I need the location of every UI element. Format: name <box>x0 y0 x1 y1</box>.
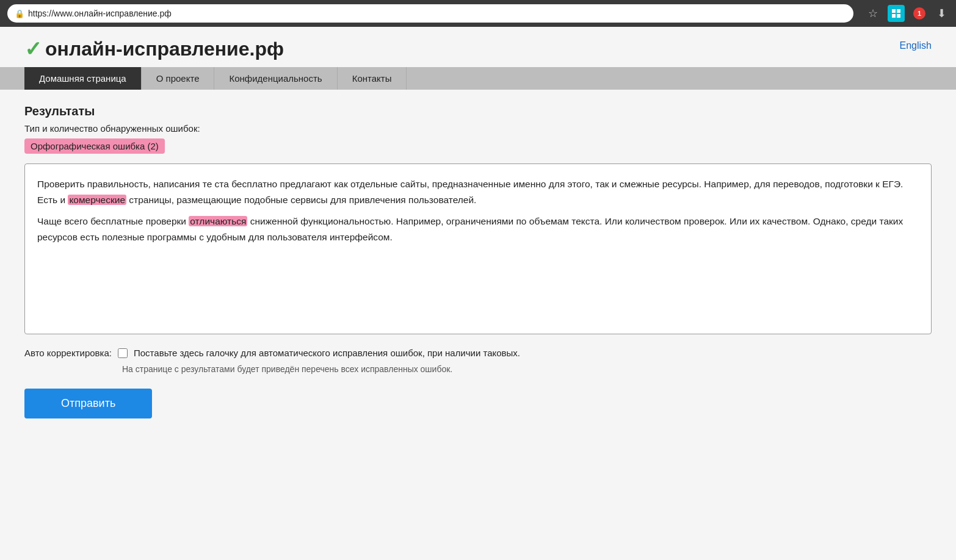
highlighted-word-1: комерческие <box>68 195 126 205</box>
autocorrect-row: Авто корректировка: Поставьте здесь гало… <box>24 346 932 361</box>
nav-item-home[interactable]: Домашняя страница <box>24 67 142 90</box>
error-badge: Орфографическая ошибка (2) <box>24 138 165 154</box>
text-paragraph-1: Проверить правильность, написания те ста… <box>37 176 919 209</box>
main-nav: Домашняя страница О проекте Конфиденциал… <box>0 67 956 90</box>
autocorrect-checkbox[interactable] <box>118 348 128 358</box>
nav-item-privacy[interactable]: Конфиденциальность <box>214 67 337 90</box>
address-bar[interactable]: 🔒 https://www.онлайн-исправление.рф <box>7 4 853 23</box>
language-link[interactable]: English <box>900 40 932 51</box>
error-description: Тип и количество обнаруженных ошибок: <box>24 123 932 134</box>
submit-button[interactable]: Отправить <box>24 389 152 418</box>
browser-icons: ☆ 1 ⬇ <box>866 5 949 22</box>
svg-rect-1 <box>897 9 900 13</box>
svg-rect-3 <box>897 14 900 18</box>
checkmark-icon: ✓ <box>24 37 42 61</box>
svg-rect-2 <box>892 14 896 18</box>
text-p2-before: Чаще всего бесплатные проверки <box>37 216 189 226</box>
download-icon[interactable]: ⬇ <box>934 6 949 21</box>
text-content-box[interactable]: Проверить правильность, написания те ста… <box>24 163 932 334</box>
page: ✓ онлайн-исправление.рф English Домашняя… <box>0 27 956 560</box>
text-p1-after: страницы, размещающие подобные сервисы д… <box>126 195 476 205</box>
star-icon[interactable]: ☆ <box>866 6 880 21</box>
svg-rect-0 <box>892 9 896 13</box>
site-header: ✓ онлайн-исправление.рф English <box>0 27 956 61</box>
main-content: Результаты Тип и количество обнаруженных… <box>0 90 956 443</box>
svg-text:1: 1 <box>918 10 921 17</box>
highlighted-word-2: отличаються <box>189 216 247 226</box>
autocorrect-label: Авто корректировка: <box>24 346 112 358</box>
notification-icon[interactable]: 1 <box>912 6 927 21</box>
extension-icon[interactable] <box>888 5 905 22</box>
autocorrect-text: Поставьте здесь галочку для автоматическ… <box>134 346 520 361</box>
nav-item-about[interactable]: О проекте <box>142 67 215 90</box>
site-name: онлайн-исправление.рф <box>45 38 284 60</box>
results-heading: Результаты <box>24 104 932 118</box>
browser-chrome: 🔒 https://www.онлайн-исправление.рф ☆ 1 … <box>0 0 956 27</box>
url-text: https://www.онлайн-исправление.рф <box>28 9 172 18</box>
nav-item-contacts[interactable]: Контакты <box>338 67 407 90</box>
lock-icon: 🔒 <box>15 9 24 18</box>
site-title: ✓ онлайн-исправление.рф <box>24 37 284 61</box>
text-paragraph-2: Чаще всего бесплатные проверки отличають… <box>37 214 919 246</box>
autocorrect-subtext: На странице с результатами будет приведё… <box>122 364 932 374</box>
